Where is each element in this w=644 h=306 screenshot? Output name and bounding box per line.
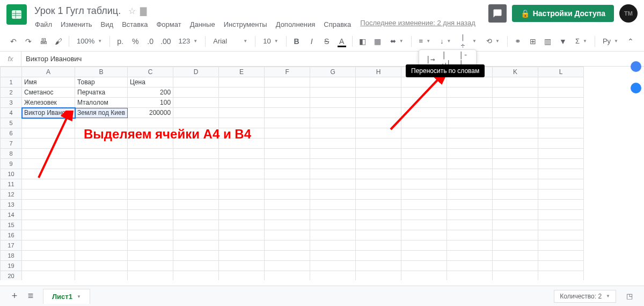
zoom-select[interactable]: 100%▼ bbox=[72, 34, 106, 48]
cell-B1[interactable]: Товар bbox=[75, 77, 128, 88]
cell-B3[interactable]: Мталолом bbox=[75, 98, 128, 108]
col-header-D[interactable]: D bbox=[173, 67, 219, 77]
cell-D18[interactable] bbox=[173, 251, 219, 261]
sheet-tab[interactable]: Лист1 ▼ bbox=[43, 289, 90, 304]
cell-G2[interactable] bbox=[310, 88, 356, 98]
cell-F11[interactable] bbox=[265, 179, 310, 190]
row-header-17[interactable]: 17 bbox=[1, 241, 22, 251]
text-wrap-button[interactable]: |÷▼ bbox=[456, 34, 481, 48]
cell-L3[interactable] bbox=[538, 98, 584, 108]
redo-button[interactable]: ↷ bbox=[21, 34, 35, 48]
cell-H15[interactable] bbox=[356, 220, 401, 230]
cell-F4[interactable] bbox=[265, 108, 310, 118]
cell-K18[interactable] bbox=[493, 251, 538, 261]
cell-A13[interactable] bbox=[22, 200, 75, 210]
cell-L7[interactable] bbox=[538, 139, 584, 149]
cell-G19[interactable] bbox=[310, 261, 356, 271]
sheets-logo[interactable] bbox=[6, 4, 27, 25]
cell-E20[interactable] bbox=[219, 271, 265, 281]
cell-B14[interactable] bbox=[75, 210, 128, 220]
cell-D14[interactable] bbox=[173, 210, 219, 220]
add-sheet-button[interactable]: + bbox=[6, 288, 23, 304]
cell-I15[interactable] bbox=[401, 220, 447, 230]
cell-B19[interactable] bbox=[75, 261, 128, 271]
cell-K20[interactable] bbox=[493, 271, 538, 281]
print-button[interactable]: 🖶 bbox=[36, 34, 50, 48]
cell-F14[interactable] bbox=[265, 210, 310, 220]
vertical-align-button[interactable]: ↓▼ bbox=[436, 34, 455, 48]
col-header-E[interactable]: E bbox=[219, 67, 265, 77]
filter-button[interactable]: ▼ bbox=[556, 34, 570, 48]
cell-C14[interactable] bbox=[128, 210, 173, 220]
cell-F12[interactable] bbox=[265, 190, 310, 200]
cell-K8[interactable] bbox=[493, 149, 538, 159]
cell-L19[interactable] bbox=[538, 261, 584, 271]
cell-A12[interactable] bbox=[22, 190, 75, 200]
cell-D15[interactable] bbox=[173, 220, 219, 230]
cell-E10[interactable] bbox=[219, 169, 265, 179]
cell-C3[interactable]: 100 bbox=[128, 98, 173, 108]
cell-I9[interactable] bbox=[401, 159, 447, 169]
cell-A3[interactable]: Железовек bbox=[22, 98, 75, 108]
currency-button[interactable]: p. bbox=[113, 34, 127, 48]
cell-D11[interactable] bbox=[173, 179, 219, 190]
row-header-2[interactable]: 2 bbox=[1, 88, 22, 98]
last-edit-link[interactable]: Последнее изменение: 2 дня назад bbox=[360, 19, 475, 30]
cell-J5[interactable] bbox=[447, 118, 493, 128]
cell-F3[interactable] bbox=[265, 98, 310, 108]
cell-G3[interactable] bbox=[310, 98, 356, 108]
cell-J16[interactable] bbox=[447, 230, 493, 241]
cell-B17[interactable] bbox=[75, 241, 128, 251]
cell-H16[interactable] bbox=[356, 230, 401, 241]
cell-H7[interactable] bbox=[356, 139, 401, 149]
cell-B13[interactable] bbox=[75, 200, 128, 210]
merge-cells-button[interactable]: ⬌▼ bbox=[386, 34, 408, 48]
cell-L4[interactable] bbox=[538, 108, 584, 118]
cell-I14[interactable] bbox=[401, 210, 447, 220]
insert-chart-button[interactable]: ▥ bbox=[541, 34, 555, 48]
cell-I10[interactable] bbox=[401, 169, 447, 179]
cell-I18[interactable] bbox=[401, 251, 447, 261]
cell-A18[interactable] bbox=[22, 251, 75, 261]
number-format-select[interactable]: 123▼ bbox=[174, 34, 202, 48]
row-header-10[interactable]: 10 bbox=[1, 169, 22, 179]
cell-J13[interactable] bbox=[447, 200, 493, 210]
insert-comment-button[interactable]: ⊞ bbox=[526, 34, 540, 48]
cell-J10[interactable] bbox=[447, 169, 493, 179]
cell-L9[interactable] bbox=[538, 159, 584, 169]
avatar[interactable]: TM bbox=[619, 4, 638, 23]
cell-H12[interactable] bbox=[356, 190, 401, 200]
cell-J3[interactable] bbox=[447, 98, 493, 108]
cell-D19[interactable] bbox=[173, 261, 219, 271]
borders-button[interactable]: ▦ bbox=[371, 34, 385, 48]
col-header-G[interactable]: G bbox=[310, 67, 356, 77]
cell-B9[interactable] bbox=[75, 159, 128, 169]
horizontal-align-button[interactable]: ≡▼ bbox=[415, 34, 435, 48]
cell-F9[interactable] bbox=[265, 159, 310, 169]
cell-K2[interactable] bbox=[493, 88, 538, 98]
cell-K14[interactable] bbox=[493, 210, 538, 220]
row-header-6[interactable]: 6 bbox=[1, 128, 22, 139]
cell-E19[interactable] bbox=[219, 261, 265, 271]
cell-G16[interactable] bbox=[310, 230, 356, 241]
cell-C11[interactable] bbox=[128, 179, 173, 190]
cell-A20[interactable] bbox=[22, 271, 75, 281]
cell-J12[interactable] bbox=[447, 190, 493, 200]
cell-J2[interactable] bbox=[447, 88, 493, 98]
cell-C19[interactable] bbox=[128, 261, 173, 271]
cell-B12[interactable] bbox=[75, 190, 128, 200]
cell-B16[interactable] bbox=[75, 230, 128, 241]
cell-E18[interactable] bbox=[219, 251, 265, 261]
cell-E13[interactable] bbox=[219, 200, 265, 210]
cell-K4[interactable] bbox=[493, 108, 538, 118]
cell-G1[interactable] bbox=[310, 77, 356, 88]
cell-F13[interactable] bbox=[265, 200, 310, 210]
cell-K3[interactable] bbox=[493, 98, 538, 108]
menu-file[interactable]: Файл bbox=[31, 19, 56, 30]
cell-H10[interactable] bbox=[356, 169, 401, 179]
cell-A17[interactable] bbox=[22, 241, 75, 251]
row-header-11[interactable]: 11 bbox=[1, 179, 22, 190]
row-header-16[interactable]: 16 bbox=[1, 230, 22, 241]
cell-C4[interactable]: 200000 bbox=[128, 108, 173, 118]
cell-D9[interactable] bbox=[173, 159, 219, 169]
